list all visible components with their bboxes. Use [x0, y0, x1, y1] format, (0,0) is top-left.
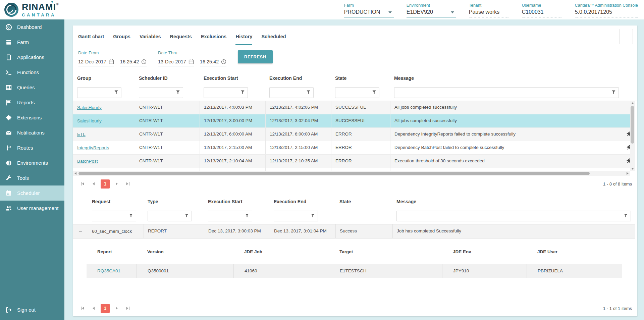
filter-icon[interactable] [184, 213, 189, 219]
detail-row[interactable]: RQ35CA01Q350000141060E1TESTSCHJPY910PBRI… [87, 264, 622, 278]
filter-input-execution-start[interactable] [208, 211, 252, 221]
request-row[interactable]: −60_sec_mem_clockREPORTDec 13, 2017, 3:0… [73, 224, 635, 238]
tools-icon [5, 175, 12, 181]
history-row[interactable]: SalesHourlyCNTR-W1T12/13/2017, 4:00:03 P… [73, 101, 635, 114]
tab-exclusions[interactable]: Exclusions [201, 34, 227, 45]
sidebar-item-tools[interactable]: Tools [0, 170, 64, 185]
pager-current-page[interactable]: 1 [101, 179, 110, 189]
sidebar-item-routes[interactable]: Routes [0, 140, 64, 155]
filter-cell-execution-start [200, 87, 265, 98]
vertical-scrollbar[interactable] [630, 101, 635, 171]
chevron-down-icon[interactable] [451, 11, 454, 13]
pager-next-button[interactable] [113, 304, 121, 312]
history-row[interactable]: ManufacturingAccountingCNTR-W1T12/13/201… [73, 168, 635, 171]
pager-last-button[interactable] [124, 304, 132, 312]
filter-input-execution-end[interactable] [274, 211, 318, 221]
report-link[interactable]: RQ35CA01 [97, 268, 120, 273]
tab-requests[interactable]: Requests [170, 34, 192, 45]
group-link[interactable]: SalesHourly [77, 105, 102, 110]
history-row[interactable]: BatchPostCNTR-W1T12/13/2017, 2:10:04 AM1… [73, 155, 635, 168]
sidebar-item-scheduler[interactable]: Scheduler [0, 185, 64, 201]
filter-icon[interactable] [245, 213, 249, 219]
horizontal-scrollbar[interactable] [73, 171, 630, 176]
pager-prev-button[interactable] [90, 304, 98, 312]
sidebar-item-label: Tools [17, 175, 29, 181]
sidebar-item-functions[interactable]: Functions [0, 65, 64, 80]
filter-input-scheduler-id[interactable] [139, 87, 183, 98]
export-excel-button[interactable]: X [620, 29, 633, 44]
sidebar-item-sign-out[interactable]: Sign out [0, 302, 64, 317]
chevron-down-icon[interactable] [388, 11, 392, 13]
sidebar-item-environments[interactable]: Environments [0, 155, 64, 170]
filter-input-execution-end[interactable] [269, 87, 314, 98]
horizontal-scroll-thumb[interactable] [78, 172, 590, 175]
pager-first-button[interactable] [78, 304, 87, 312]
sidebar-item-queries[interactable]: Queries [0, 80, 64, 95]
history-cell-state: SUCCESSFUL [331, 101, 390, 114]
calendar-icon[interactable] [189, 59, 194, 64]
filter-icon[interactable] [372, 90, 376, 96]
tab-variables[interactable]: Variables [140, 34, 161, 45]
sidebar-item-user-management[interactable]: User management [0, 201, 64, 216]
vertical-scroll-thumb[interactable] [631, 106, 634, 144]
filter-icon[interactable] [624, 213, 628, 219]
detail-cell-jde_env: JPY910 [442, 264, 527, 278]
history-row[interactable]: IntegrityReportsCNTR-W1T12/13/2017, 2:15… [73, 141, 635, 155]
pager-first-button[interactable] [78, 180, 87, 188]
history-cell-scheduler_id: CNTR-W1T [135, 114, 200, 127]
scroll-left-icon[interactable] [74, 172, 76, 175]
filter-input-group[interactable] [77, 87, 121, 98]
sidebar-item-reports[interactable]: Reports [0, 95, 64, 110]
filter-icon[interactable] [114, 90, 118, 96]
filter-input-request[interactable] [92, 211, 136, 221]
filter-icon[interactable] [176, 90, 180, 96]
sidebar-item-notifications[interactable]: Notifications [0, 125, 64, 140]
group-link[interactable]: IntegrityReports [77, 145, 109, 150]
tab-history[interactable]: History [235, 34, 252, 45]
pager-next-button[interactable] [113, 180, 121, 188]
clock-icon[interactable] [221, 59, 226, 64]
date-thru-time-input[interactable]: 16:25:42 [200, 59, 226, 66]
scroll-up-icon[interactable] [631, 102, 634, 104]
scroll-right-icon[interactable] [627, 172, 629, 175]
date-from-time-input[interactable]: 16:25:42 [120, 59, 147, 66]
filter-input-message[interactable] [394, 87, 619, 98]
pager-current-page[interactable]: 1 [101, 304, 110, 313]
filter-icon[interactable] [611, 90, 616, 96]
refresh-button[interactable]: REFRESH [238, 50, 273, 63]
history-row[interactable]: ETLCNTR-W1T12/13/2017, 6:00:00 AM12/13/2… [73, 128, 635, 141]
sidebar-item-applications[interactable]: Applications [0, 50, 64, 65]
date-from-date-input[interactable]: 12-Dec-2017 [78, 59, 114, 66]
collapse-row-button[interactable]: − [73, 224, 88, 238]
sidebar-item-dashboard[interactable]: Dashboard [0, 19, 64, 35]
filter-icon[interactable] [311, 213, 315, 219]
tab-scheduled[interactable]: Scheduled [261, 34, 286, 45]
history-cell-scheduler_id: CNTR-W1T [135, 101, 200, 114]
tab-groups[interactable]: Groups [113, 34, 130, 45]
calendar-icon[interactable] [109, 59, 114, 64]
clock-icon[interactable] [141, 59, 147, 64]
filter-icon[interactable] [129, 213, 133, 219]
sidebar-item-extensions[interactable]: Extensions [0, 110, 64, 125]
header-field-value[interactable]: PRODUCTION [344, 9, 394, 17]
filter-input-message[interactable] [396, 211, 631, 221]
column-header-state: State [331, 71, 390, 85]
scroll-down-icon[interactable] [631, 168, 634, 170]
tab-gantt-chart[interactable]: Gantt chart [78, 34, 104, 45]
history-cell-end: 12/13/2017, 6:00:00 AM [265, 128, 331, 141]
pager-last-button[interactable] [124, 180, 132, 188]
filter-input-type[interactable] [148, 211, 192, 221]
pager-prev-button[interactable] [90, 180, 98, 188]
filter-icon[interactable] [240, 90, 245, 96]
header-field-value[interactable]: E1DEV920 [407, 9, 456, 17]
group-link[interactable]: ETL [77, 132, 86, 137]
group-link[interactable]: BatchPost [77, 159, 98, 164]
group-link[interactable]: SalesHourly [77, 118, 102, 123]
filter-input-state[interactable] [335, 87, 379, 98]
date-thru-date-input[interactable]: 13-Dec-2017 [158, 59, 194, 66]
filter-icon[interactable] [306, 90, 311, 96]
filter-input-execution-start[interactable] [204, 87, 248, 98]
history-pager: 1 1 - 8 of 8 items [73, 176, 637, 192]
sidebar-item-farm[interactable]: Farm [0, 35, 64, 50]
history-row[interactable]: SalesHourlyCNTR-W1T12/13/2017, 3:00:00 P… [73, 114, 635, 128]
